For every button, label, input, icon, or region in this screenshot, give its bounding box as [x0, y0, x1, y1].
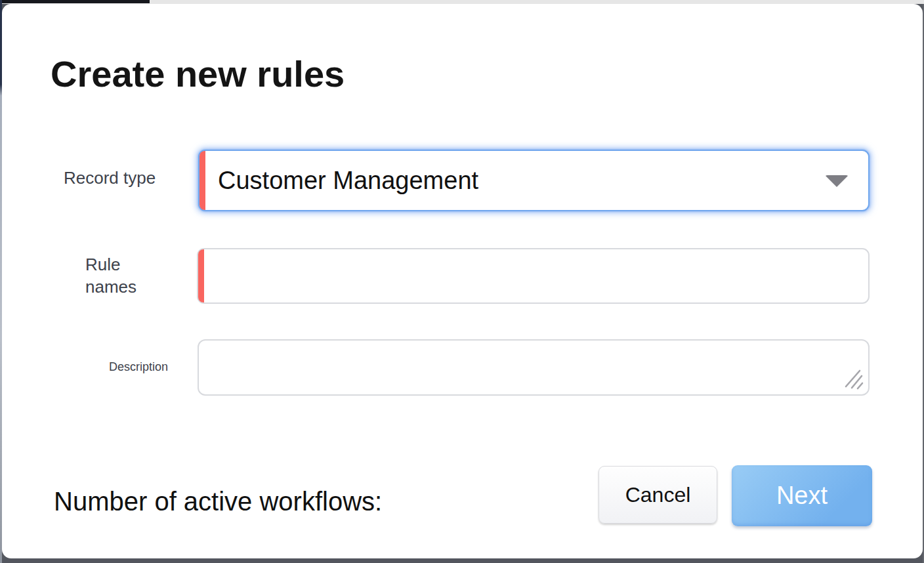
rule-names-field-wrap [197, 248, 870, 304]
rule-names-label: Rule names [51, 248, 162, 304]
description-field-wrap [198, 339, 870, 396]
description-label: Description [51, 339, 195, 396]
create-rules-dialog: Create new rules Record type Customer Ma… [2, 4, 923, 558]
required-marker [198, 249, 204, 302]
active-workflows-count-label: Number of active workflows: [54, 486, 382, 517]
backdrop-bottom-edge [0, 558, 924, 563]
required-marker [200, 151, 205, 210]
description-textarea[interactable] [199, 341, 868, 394]
rule-names-input[interactable] [197, 248, 870, 304]
backdrop-top-dark-edge [0, 0, 150, 3]
resize-handle-icon[interactable] [843, 368, 865, 390]
chevron-down-icon [825, 175, 849, 187]
record-type-label: Record type [51, 150, 195, 207]
cancel-button[interactable]: Cancel [598, 466, 717, 524]
next-button[interactable]: Next [732, 465, 872, 526]
record-type-selected-value: Customer Management [218, 167, 478, 195]
dialog-title: Create new rules [51, 54, 345, 94]
record-type-select[interactable]: Customer Management [198, 150, 870, 211]
